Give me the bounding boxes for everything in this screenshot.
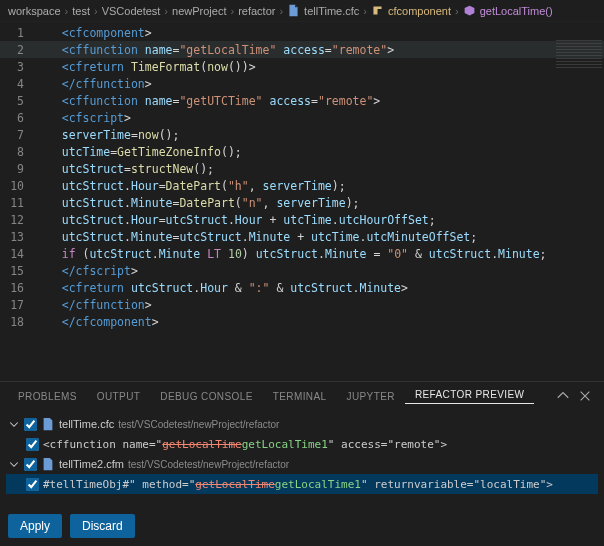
symbol-class-icon — [371, 4, 384, 17]
breadcrumb: workspace › test › VSCodetest › newProje… — [0, 0, 604, 22]
line-number: 3 — [0, 60, 34, 74]
discard-button[interactable]: Discard — [70, 514, 135, 538]
crumb-vscodetest[interactable]: VSCodetest — [102, 5, 161, 17]
preview-change-row[interactable]: <cffunction name="getLocalTimegetLocalTi… — [6, 434, 598, 454]
tab-jupyter[interactable]: JUPYTER — [337, 391, 405, 402]
line-number: 14 — [0, 247, 34, 261]
line-number: 11 — [0, 196, 34, 210]
preview-change-checkbox[interactable] — [26, 438, 39, 451]
editor-line[interactable]: 9 utcStruct=structNew(); — [0, 160, 604, 177]
editor-line[interactable]: 1 <cfcomponent> — [0, 24, 604, 41]
editor-line[interactable]: 12 utcStruct.Hour=utcStruct.Hour + utcTi… — [0, 211, 604, 228]
chevron-down-icon[interactable] — [8, 418, 20, 430]
preview-change-checkbox[interactable] — [26, 478, 39, 491]
editor-line[interactable]: 17 </cffunction> — [0, 296, 604, 313]
editor-line[interactable]: 2 <cffunction name="getLocalTime" access… — [0, 41, 604, 58]
breadcrumb-separator: › — [363, 5, 367, 17]
apply-button[interactable]: Apply — [8, 514, 62, 538]
line-code: <cfscript> — [34, 111, 131, 125]
preview-file-path: test/VSCodetest/newProject/refactor — [128, 459, 289, 470]
editor-line[interactable]: 11 utcStruct.Minute=DatePart("n", server… — [0, 194, 604, 211]
panel-maximize-icon[interactable] — [552, 389, 574, 403]
line-code: utcStruct=structNew(); — [34, 162, 214, 176]
panel-close-icon[interactable] — [574, 389, 596, 403]
editor-line[interactable]: 13 utcStruct.Minute=utcStruct.Minute + u… — [0, 228, 604, 245]
editor-line[interactable]: 14 if (utcStruct.Minute LT 10) utcStruct… — [0, 245, 604, 262]
line-number: 7 — [0, 128, 34, 142]
file-icon — [41, 417, 55, 431]
minimap[interactable] — [556, 40, 602, 70]
refactor-preview: tellTime.cfc test/VSCodetest/newProject/… — [0, 410, 604, 504]
editor-line[interactable]: 18 </cfcomponent> — [0, 313, 604, 330]
line-number: 16 — [0, 281, 34, 295]
line-number: 5 — [0, 94, 34, 108]
crumb-test[interactable]: test — [72, 5, 90, 17]
breadcrumb-separator: › — [230, 5, 234, 17]
editor-blank-space — [0, 340, 604, 381]
line-number: 17 — [0, 298, 34, 312]
line-number: 4 — [0, 77, 34, 91]
code-editor[interactable]: 1 <cfcomponent>2 <cffunction name="getLo… — [0, 22, 604, 340]
preview-file-path: test/VSCodetest/newProject/refactor — [118, 419, 279, 430]
line-code: <cfreturn utcStruct.Hour & ":" & utcStru… — [34, 281, 408, 295]
preview-file-checkbox[interactable] — [24, 418, 37, 431]
editor-line[interactable]: 15 </cfscript> — [0, 262, 604, 279]
file-icon — [41, 457, 55, 471]
editor-line[interactable]: 4 </cffunction> — [0, 75, 604, 92]
line-code: utcStruct.Hour=DatePart("h", serverTime)… — [34, 179, 346, 193]
line-code: </cffunction> — [34, 77, 152, 91]
preview-file-name: tellTime2.cfm — [59, 458, 124, 470]
line-code: </cfcomponent> — [34, 315, 159, 329]
crumb-method[interactable]: getLocalTime() — [480, 5, 553, 17]
tab-terminal[interactable]: TERMINAL — [263, 391, 337, 402]
preview-change-snippet: #tellTimeObj#" method="getLocalTimegetLo… — [43, 478, 553, 491]
tab-debug-console[interactable]: DEBUG CONSOLE — [150, 391, 262, 402]
tab-problems[interactable]: PROBLEMS — [8, 391, 87, 402]
line-number: 1 — [0, 26, 34, 40]
editor-line[interactable]: 10 utcStruct.Hour=DatePart("h", serverTi… — [0, 177, 604, 194]
editor-line[interactable]: 5 <cffunction name="getUTCTime" access="… — [0, 92, 604, 109]
line-code: serverTime=now(); — [34, 128, 179, 142]
editor-line[interactable]: 8 utcTime=GetTimeZoneInfo(); — [0, 143, 604, 160]
line-code: utcStruct.Minute=DatePart("n", serverTim… — [34, 196, 360, 210]
crumb-file[interactable]: tellTime.cfc — [304, 5, 359, 17]
breadcrumb-separator: › — [164, 5, 168, 17]
crumb-newproject[interactable]: newProject — [172, 5, 226, 17]
line-code: utcTime=GetTimeZoneInfo(); — [34, 145, 242, 159]
refactor-actions: Apply Discard — [0, 504, 604, 546]
preview-change-snippet: <cffunction name="getLocalTimegetLocalTi… — [43, 438, 447, 451]
line-number: 2 — [0, 43, 34, 57]
tab-refactor-preview[interactable]: REFACTOR PREVIEW — [405, 389, 535, 404]
line-code: <cffunction name="getUTCTime" access="re… — [34, 94, 380, 108]
crumb-refactor[interactable]: refactor — [238, 5, 275, 17]
breadcrumb-separator: › — [279, 5, 283, 17]
line-number: 8 — [0, 145, 34, 159]
line-code: utcStruct.Minute=utcStruct.Minute + utcT… — [34, 230, 477, 244]
breadcrumb-separator: › — [65, 5, 69, 17]
tab-output[interactable]: OUTPUT — [87, 391, 151, 402]
preview-change-row[interactable]: #tellTimeObj#" method="getLocalTimegetLo… — [6, 474, 598, 494]
editor-line[interactable]: 7 serverTime=now(); — [0, 126, 604, 143]
chevron-down-icon[interactable] — [8, 458, 20, 470]
line-number: 6 — [0, 111, 34, 125]
preview-file-checkbox[interactable] — [24, 458, 37, 471]
crumb-workspace[interactable]: workspace — [8, 5, 61, 17]
line-number: 12 — [0, 213, 34, 227]
file-icon — [287, 4, 300, 17]
preview-file-row[interactable]: tellTime2.cfm test/VSCodetest/newProject… — [6, 454, 598, 474]
editor-line[interactable]: 6 <cfscript> — [0, 109, 604, 126]
editor-line[interactable]: 16 <cfreturn utcStruct.Hour & ":" & utcS… — [0, 279, 604, 296]
breadcrumb-separator: › — [94, 5, 98, 17]
symbol-method-icon — [463, 4, 476, 17]
line-number: 15 — [0, 264, 34, 278]
line-number: 9 — [0, 162, 34, 176]
crumb-component[interactable]: cfcomponent — [388, 5, 451, 17]
line-number: 10 — [0, 179, 34, 193]
breadcrumb-separator: › — [455, 5, 459, 17]
line-code: <cfreturn TimeFormat(now())> — [34, 60, 256, 74]
line-code: if (utcStruct.Minute LT 10) utcStruct.Mi… — [34, 247, 547, 261]
preview-file-row[interactable]: tellTime.cfc test/VSCodetest/newProject/… — [6, 414, 598, 434]
line-code: </cffunction> — [34, 298, 152, 312]
editor-line[interactable]: 3 <cfreturn TimeFormat(now())> — [0, 58, 604, 75]
line-code: utcStruct.Hour=utcStruct.Hour + utcTime.… — [34, 213, 436, 227]
